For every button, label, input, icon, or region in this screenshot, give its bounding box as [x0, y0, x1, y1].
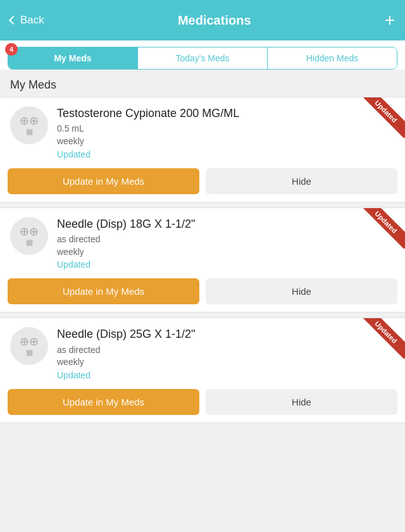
med-info-row-1: ⊕⊕ ▦ Needle (Disp) 18G X 1-1/2" as direc…: [0, 208, 405, 276]
med-info-row-2: ⊕⊕ ▦ Needle (Disp) 25G X 1-1/2" as direc…: [0, 318, 405, 387]
update-button-2[interactable]: Update in My Meds: [8, 389, 199, 415]
med-icon-1: ⊕⊕ ▦: [10, 217, 48, 255]
med-buttons-0: Update in My Meds Hide: [0, 166, 405, 202]
pill-icon-1: ⊕⊕: [20, 226, 39, 237]
update-button-0[interactable]: Update in My Meds: [8, 168, 199, 194]
camera-icon-1: ▦: [26, 238, 33, 246]
hide-button-0[interactable]: Hide: [206, 168, 397, 194]
med-details-0: Testosterone Cypionate 200 MG/ML 0.5 mL …: [57, 106, 395, 159]
med-buttons-1: Update in My Meds Hide: [0, 276, 405, 312]
camera-icon-0: ▦: [26, 128, 33, 135]
med-buttons-2: Update in My Meds Hide: [0, 387, 405, 423]
tab-todays-meds[interactable]: Today's Meds: [138, 47, 268, 69]
tab-my-meds[interactable]: My Meds: [8, 47, 138, 69]
hide-button-1[interactable]: Hide: [206, 278, 397, 304]
tab-hidden-meds[interactable]: Hidden Meds: [268, 47, 397, 69]
med-card-1: Updated ⊕⊕ ▦ Needle (Disp) 18G X 1-1/2" …: [0, 207, 405, 313]
med-name-1: Needle (Disp) 18G X 1-1/2": [57, 217, 395, 232]
hide-button-2[interactable]: Hide: [206, 389, 397, 415]
update-button-1[interactable]: Update in My Meds: [8, 278, 199, 304]
med-status-1: Updated: [57, 259, 395, 269]
med-freq-0: weekly: [57, 135, 395, 148]
med-status-2: Updated: [57, 370, 395, 380]
page-title: Medications: [178, 13, 251, 28]
app-header: Back Medications +: [0, 0, 405, 40]
chevron-left-icon: [9, 16, 18, 25]
med-status-0: Updated: [57, 149, 395, 159]
tab-bar: My Meds Today's Meds Hidden Meds: [8, 47, 397, 70]
med-card-2: Updated ⊕⊕ ▦ Needle (Disp) 25G X 1-1/2" …: [0, 318, 405, 423]
med-freq-2: weekly: [57, 356, 395, 369]
back-button[interactable]: Back: [10, 14, 44, 27]
tab-bar-container: 4 My Meds Today's Meds Hidden Meds: [0, 40, 405, 70]
med-card-0: Updated ⊕⊕ ▦ Testosterone Cypionate 200 …: [0, 97, 405, 202]
med-icon-2: ⊕⊕ ▦: [10, 327, 48, 365]
med-name-0: Testosterone Cypionate 200 MG/ML: [57, 106, 395, 121]
med-freq-1: weekly: [57, 246, 395, 259]
camera-icon-2: ▦: [26, 349, 33, 356]
content-area: My Meds Updated ⊕⊕ ▦ Testosterone Cypion…: [0, 70, 405, 423]
notification-badge: 4: [5, 43, 18, 56]
add-button[interactable]: +: [385, 11, 395, 29]
med-details-2: Needle (Disp) 25G X 1-1/2" as directed w…: [57, 327, 395, 380]
med-details-1: Needle (Disp) 18G X 1-1/2" as directed w…: [57, 217, 395, 270]
med-icon-0: ⊕⊕ ▦: [10, 106, 48, 144]
back-label: Back: [20, 14, 44, 27]
med-info-row-0: ⊕⊕ ▦ Testosterone Cypionate 200 MG/ML 0.…: [0, 97, 405, 166]
med-dose-2: as directed: [57, 344, 395, 357]
med-dose-1: as directed: [57, 233, 395, 246]
pill-icon-2: ⊕⊕: [20, 336, 39, 347]
med-name-2: Needle (Disp) 25G X 1-1/2": [57, 327, 395, 342]
pill-icon-0: ⊕⊕: [20, 115, 39, 127]
section-title: My Meds: [0, 70, 405, 97]
med-dose-0: 0.5 mL: [57, 123, 395, 135]
